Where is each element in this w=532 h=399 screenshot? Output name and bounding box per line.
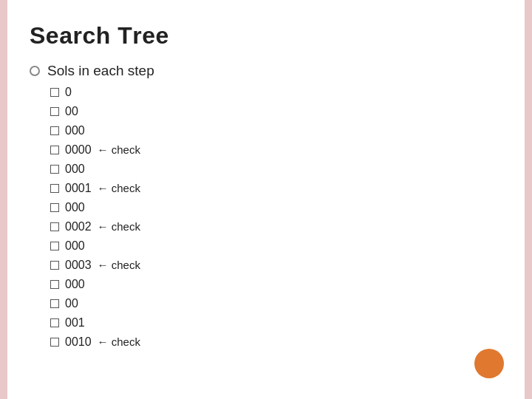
list-item: 0000 ← check bbox=[50, 141, 502, 159]
check-arrow: ← check bbox=[98, 142, 140, 159]
page-title: Search Tree bbox=[30, 22, 502, 50]
checkbox-icon bbox=[50, 222, 59, 231]
list-item: 0001 ← check bbox=[50, 180, 502, 197]
list-item: 00 bbox=[50, 103, 502, 120]
item-value: 000 bbox=[65, 160, 85, 178]
checkbox-icon bbox=[50, 242, 59, 250]
check-arrow: ← check bbox=[98, 257, 140, 274]
list-area: 0000000000 ← check0000001 ← check0000002… bbox=[50, 83, 502, 351]
item-value: 0001 bbox=[65, 180, 92, 197]
checkbox-icon bbox=[50, 203, 59, 212]
checkbox-icon bbox=[50, 88, 59, 97]
item-value: 0002 bbox=[65, 218, 92, 236]
right-border-decoration bbox=[525, 0, 532, 399]
list-item: 000 bbox=[50, 122, 502, 140]
item-value: 001 bbox=[65, 314, 85, 332]
checkbox-icon bbox=[50, 318, 59, 327]
item-value: 000 bbox=[65, 276, 85, 293]
checkbox-icon bbox=[50, 299, 59, 308]
list-item: 000 bbox=[50, 160, 502, 178]
list-item: 000 bbox=[50, 199, 502, 216]
checkbox-icon bbox=[50, 126, 59, 135]
list-item: 000 bbox=[50, 276, 502, 293]
check-arrow: ← check bbox=[98, 334, 140, 351]
checkbox-icon bbox=[50, 338, 59, 347]
left-border-decoration bbox=[0, 0, 7, 399]
item-value: 00 bbox=[65, 295, 78, 313]
checkbox-icon bbox=[50, 165, 59, 174]
list-item: 0010 ← check bbox=[50, 333, 502, 351]
item-value: 0003 bbox=[65, 256, 92, 274]
item-value: 0000 bbox=[65, 141, 92, 159]
list-item: 0 bbox=[50, 83, 502, 101]
list-item: 001 bbox=[50, 314, 502, 332]
checkbox-icon bbox=[50, 107, 59, 116]
page: Search Tree Sols in each step 0000000000… bbox=[0, 0, 532, 399]
list-item: 0002 ← check bbox=[50, 218, 502, 236]
check-arrow: ← check bbox=[98, 219, 140, 236]
list-item: 0003 ← check bbox=[50, 256, 502, 274]
orange-circle-decoration bbox=[474, 349, 504, 378]
section-label: Sols in each step bbox=[47, 63, 154, 79]
checkbox-icon bbox=[50, 184, 59, 193]
item-value: 000 bbox=[65, 237, 85, 255]
item-value: 000 bbox=[65, 199, 85, 216]
checkbox-icon bbox=[50, 280, 59, 289]
section-bullet bbox=[30, 66, 40, 76]
section-header: Sols in each step bbox=[30, 63, 502, 79]
item-value: 00 bbox=[65, 103, 78, 120]
item-value: 000 bbox=[65, 122, 85, 140]
item-value: 0 bbox=[65, 83, 72, 101]
checkbox-icon bbox=[50, 146, 59, 154]
list-item: 00 bbox=[50, 295, 502, 313]
checkbox-icon bbox=[50, 261, 59, 270]
list-item: 000 bbox=[50, 237, 502, 255]
check-arrow: ← check bbox=[98, 180, 140, 197]
item-value: 0010 bbox=[65, 333, 92, 351]
